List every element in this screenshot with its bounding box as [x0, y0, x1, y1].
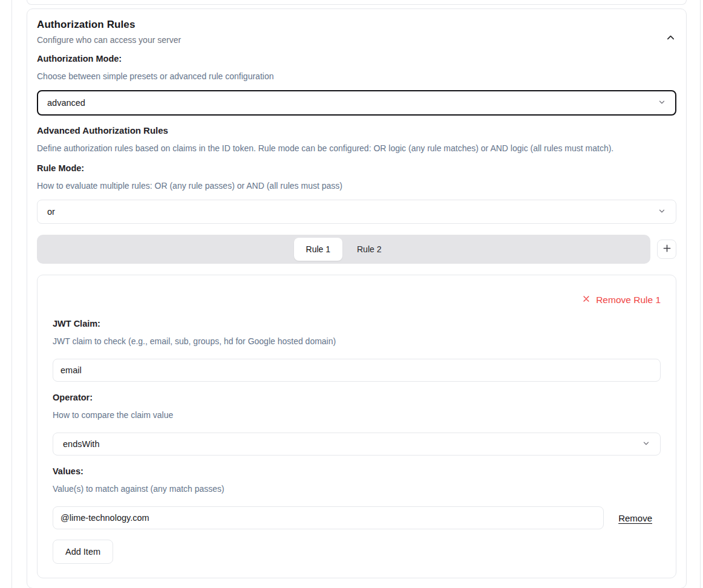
chevron-down-icon: [658, 207, 666, 217]
rule-1-panel: Remove Rule 1 JWT Claim: JWT claim to ch…: [37, 275, 676, 578]
rule-tabs-row: Rule 1 Rule 2: [37, 235, 676, 264]
remove-rule-label: Remove Rule 1: [596, 295, 661, 305]
values-label: Values:: [53, 465, 661, 477]
jwt-claim-field: JWT Claim: JWT claim to check (e.g., ema…: [53, 318, 661, 382]
value-item-row: Remove: [53, 506, 661, 529]
chevron-up-icon: [666, 35, 675, 44]
remove-rule-row: Remove Rule 1: [53, 295, 661, 305]
rule-mode-value: or: [47, 207, 55, 217]
add-rule-button[interactable]: [657, 240, 676, 259]
previous-card-edge: [27, 0, 687, 5]
value-input[interactable]: [53, 506, 604, 529]
tab-rule-2[interactable]: Rule 2: [345, 238, 393, 261]
authorization-mode-description: Choose between simple presets or advance…: [37, 70, 676, 82]
advanced-rules-description: Define authorization rules based on clai…: [37, 142, 676, 154]
rule-tabs: Rule 1 Rule 2: [37, 235, 650, 264]
authorization-mode-value: advanced: [47, 98, 85, 108]
plus-icon: [662, 244, 672, 255]
operator-description: How to compare the claim value: [53, 409, 661, 421]
values-description: Value(s) to match against (any match pas…: [53, 483, 661, 495]
operator-label: Operator:: [53, 391, 661, 403]
authorization-mode-field: Authorization Mode: Choose between simpl…: [37, 53, 676, 116]
operator-value: endsWith: [63, 439, 99, 449]
tab-rule-1[interactable]: Rule 1: [294, 238, 342, 261]
rule-mode-field: Rule Mode: How to evaluate multiple rule…: [37, 162, 676, 224]
x-icon: [582, 295, 590, 305]
cards-column: Authorization Rules Configure who can ac…: [27, 0, 687, 588]
page-title: Authorization Rules: [37, 19, 676, 31]
rule-mode-select[interactable]: or: [37, 200, 676, 224]
card-header: Authorization Rules Configure who can ac…: [37, 19, 676, 45]
remove-rule-button[interactable]: Remove Rule 1: [582, 295, 661, 305]
operator-select[interactable]: endsWith: [53, 433, 661, 456]
jwt-claim-input[interactable]: [53, 359, 661, 382]
jwt-claim-description: JWT claim to check (e.g., email, sub, gr…: [53, 335, 661, 347]
settings-page: Authorization Rules Configure who can ac…: [0, 0, 703, 588]
authorization-mode-label: Authorization Mode:: [37, 53, 676, 65]
remove-value-link[interactable]: Remove: [618, 513, 652, 523]
authorization-rules-card: Authorization Rules Configure who can ac…: [27, 8, 687, 588]
authorization-mode-select[interactable]: advanced: [37, 90, 676, 116]
chevron-down-icon: [658, 98, 666, 108]
rule-mode-description: How to evaluate multiple rules: OR (any …: [37, 180, 676, 192]
card-subtitle: Configure who can access your server: [37, 34, 676, 45]
panel-left-border: [11, 0, 12, 588]
add-item-button[interactable]: Add Item: [53, 540, 113, 564]
panel-right-border: [700, 0, 701, 588]
collapse-section-button[interactable]: [665, 32, 676, 44]
values-field: Values: Value(s) to match against (any m…: [53, 465, 661, 564]
rule-mode-label: Rule Mode:: [37, 162, 676, 174]
chevron-down-icon: [642, 439, 650, 449]
advanced-rules-title: Advanced Authorization Rules: [37, 124, 676, 137]
jwt-claim-label: JWT Claim:: [53, 318, 661, 330]
operator-field: Operator: How to compare the claim value…: [53, 391, 661, 456]
